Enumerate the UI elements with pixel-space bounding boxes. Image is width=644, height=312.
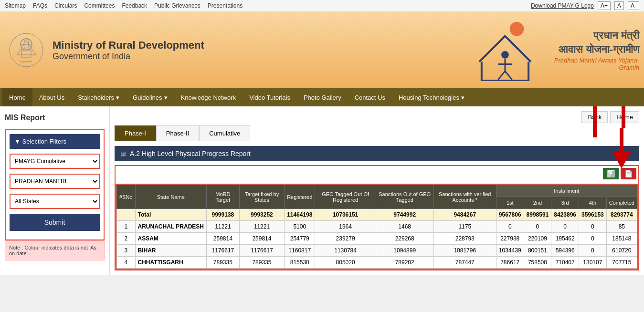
table-cell: 239279 — [315, 233, 376, 245]
font-increase-button[interactable]: A+ — [598, 1, 611, 10]
table-cell: 130107 — [579, 257, 607, 269]
table-cell: 1130784 — [315, 245, 376, 257]
table-cell: 1468 — [376, 221, 433, 233]
report-title-bar: ⊞ A.2 High Level Physical Progress Repor… — [115, 146, 639, 161]
table-cell: 195462 — [551, 233, 579, 245]
table-cell: 1175 — [433, 221, 496, 233]
table-cell: 0 — [496, 221, 524, 233]
main-content: MIS Report ▼ Selection Filters PMAYG Cum… — [0, 106, 644, 275]
pmay-hindi-line1: प्रधान मंत्री — [536, 29, 639, 43]
table-cell: 11221 — [239, 221, 284, 233]
table-cell: 11221 — [206, 221, 239, 233]
col-sanctions-verified: Sanctions with verified Accounts * — [433, 185, 496, 209]
sitemap-link[interactable]: Sitemap — [5, 2, 26, 9]
total-label — [117, 209, 136, 221]
circulars-link[interactable]: Circulars — [54, 2, 77, 9]
table-cell: 2 — [117, 233, 136, 245]
pmay-text: प्रधान मंत्री आवास योजना-ग्रामीण Pradhan… — [536, 29, 639, 71]
table-cell: 259814 — [239, 233, 284, 245]
committees-link[interactable]: Committees — [84, 2, 115, 9]
table-cell: 259814 — [206, 233, 239, 245]
table-cell: 1 — [117, 221, 136, 233]
col-geo: GEO Tagged Out Of Registered — [315, 185, 376, 209]
table-cell: ARUNACHAL PRADESH — [135, 221, 206, 233]
col-sanctions-geo: Sanctions Out of GEO Tagged — [376, 185, 433, 209]
font-decrease-button[interactable]: A- — [628, 1, 639, 10]
table-cell: 758500 — [524, 257, 551, 269]
font-normal-button[interactable]: A — [614, 1, 624, 10]
total-completed: 8293774 — [606, 209, 637, 221]
faqs-link[interactable]: FAQs — [33, 2, 47, 9]
col-3rd: 3rd — [551, 197, 579, 209]
col-sno: #SNo — [117, 185, 136, 209]
tabs: Phase-I Phase-II Cumulative — [115, 125, 639, 141]
table-cell: 789335 — [206, 257, 239, 269]
col-4th: 4th — [579, 197, 607, 209]
presentations-link[interactable]: Presentations — [208, 2, 243, 9]
tab-phase-2[interactable]: Phase-II — [156, 125, 199, 141]
table-cell: 229268 — [376, 233, 433, 245]
total-3rd: 8423896 — [551, 209, 579, 221]
state-select[interactable]: All States — [10, 194, 100, 209]
table-cell: 227938 — [496, 233, 524, 245]
table-cell: 0 — [524, 221, 551, 233]
table-cell: 789202 — [376, 257, 433, 269]
table-cell: 228793 — [433, 233, 496, 245]
table-cell: 594396 — [551, 245, 579, 257]
ministry-name: Ministry of Rural Development — [53, 39, 204, 52]
nav-knowledge-network[interactable]: Knowledge Network — [174, 88, 243, 106]
col-mord: MoRD Target — [206, 185, 239, 209]
table-cell: 0 — [551, 221, 579, 233]
grid-icon: ⊞ — [120, 150, 126, 157]
svg-text:सत्यमेव जयते: सत्यमेव जयते — [20, 60, 32, 63]
download-logo-link[interactable]: Download PMAY-G Logo — [531, 2, 594, 9]
table-container: 📊 📄 #SNo — [115, 165, 639, 270]
nav-about-us[interactable]: About Us — [32, 88, 71, 106]
svg-point-8 — [501, 51, 509, 59]
table-cell: 789335 — [239, 257, 284, 269]
feedback-link[interactable]: Feedback — [122, 2, 147, 9]
nav-stakeholders[interactable]: Stakeholders▾ — [71, 88, 126, 106]
program-select[interactable]: PRADHAN MANTRI — [10, 174, 100, 189]
col-completed: Completed — [606, 197, 637, 209]
nav-video-tutorials[interactable]: Video Tutorials — [243, 88, 297, 106]
export-pdf-button[interactable]: 📄 — [621, 168, 636, 179]
home-button[interactable]: Home — [610, 111, 639, 123]
svg-line-11 — [498, 71, 505, 80]
submit-button[interactable]: Submit — [10, 214, 100, 231]
table-cell: 800151 — [524, 245, 551, 257]
nav-photo-gallery[interactable]: Photo Gallery — [297, 88, 348, 106]
report-title: A.2 High Level Physical Progress Report — [130, 150, 251, 157]
table-wrapper[interactable]: #SNo State Name MoRD Target Target fixed… — [116, 184, 638, 270]
scheme-select[interactable]: PMAYG Cumulative — [10, 154, 100, 169]
nav-contact-us[interactable]: Contact Us — [348, 88, 392, 106]
emblem-icon: सत्यमेव जयते — [7, 31, 45, 69]
header-text: Ministry of Rural Development Government… — [53, 39, 204, 62]
table-cell: 185148 — [606, 233, 637, 245]
nav-home[interactable]: Home — [2, 88, 32, 106]
table-cell: 1160817 — [285, 245, 315, 257]
table-cell: 220109 — [524, 233, 551, 245]
tab-phase-1[interactable]: Phase-I — [115, 125, 156, 141]
public-grievances-link[interactable]: Public Grievances — [154, 2, 201, 9]
govt-name: Government of India — [53, 52, 204, 62]
table-cell: 1094899 — [376, 245, 433, 257]
table-cell: CHHATTISGARH — [135, 257, 206, 269]
svg-rect-4 — [21, 50, 31, 57]
col-2nd: 2nd — [524, 197, 551, 209]
table-row: 4CHHATTISGARH789335789335815530805020789… — [117, 257, 637, 269]
top-bar-links: Sitemap FAQs Circulars Committees Feedba… — [5, 2, 243, 9]
table-cell: 815530 — [285, 257, 315, 269]
nav-guidelines[interactable]: Guidelines▾ — [126, 88, 174, 106]
tab-cumulative[interactable]: Cumulative — [199, 125, 250, 141]
table-cell: 0 — [579, 233, 607, 245]
export-excel-button[interactable]: 📊 — [603, 168, 619, 179]
total-target: 9993252 — [239, 209, 284, 221]
nav-housing-technologies[interactable]: Housing Technologies▾ — [392, 88, 471, 106]
back-button[interactable]: Back — [581, 111, 608, 123]
pmay-house-icon — [477, 19, 533, 81]
table-row: 2ASSAM2598142598142547792392792292682287… — [117, 233, 637, 245]
total-registered: 11464198 — [285, 209, 315, 221]
table-cell: 1081796 — [433, 245, 496, 257]
table-cell: 1034439 — [496, 245, 524, 257]
